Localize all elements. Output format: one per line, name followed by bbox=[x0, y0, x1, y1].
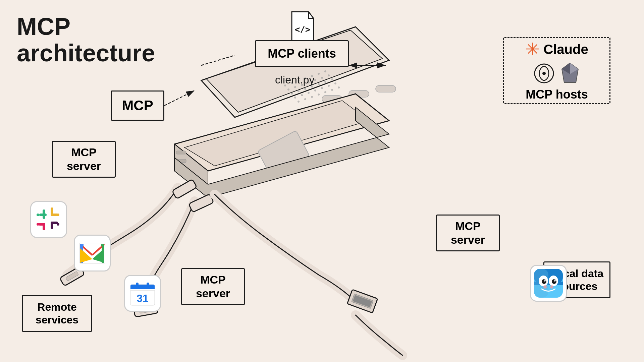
svg-point-8 bbox=[294, 86, 296, 88]
svg-rect-40 bbox=[176, 159, 186, 163]
svg-rect-68 bbox=[57, 214, 59, 216]
mcp-server-1-box: MCPserver bbox=[52, 141, 116, 178]
svg-point-24 bbox=[314, 89, 316, 92]
svg-point-100 bbox=[543, 285, 547, 289]
svg-rect-73 bbox=[51, 222, 53, 229]
mcp-hosts-box: ✳ Claude MCP hosts bbox=[503, 37, 610, 104]
svg-point-15 bbox=[298, 90, 300, 92]
slack-icon bbox=[30, 201, 67, 238]
svg-point-97 bbox=[544, 280, 546, 282]
svg-rect-74 bbox=[57, 223, 59, 226]
svg-rect-46 bbox=[189, 194, 214, 213]
mcp-server-2-box: MCPserver bbox=[181, 268, 245, 305]
openai-icon bbox=[534, 63, 554, 83]
svg-rect-64 bbox=[37, 214, 39, 216]
svg-point-27 bbox=[334, 82, 336, 84]
svg-point-32 bbox=[324, 91, 326, 93]
svg-point-7 bbox=[287, 88, 289, 90]
svg-rect-65 bbox=[43, 209, 45, 219]
svg-rect-89 bbox=[130, 287, 155, 289]
svg-point-16 bbox=[304, 88, 306, 90]
svg-point-21 bbox=[294, 97, 296, 99]
svg-point-99 bbox=[554, 280, 556, 282]
svg-point-19 bbox=[324, 81, 326, 83]
svg-point-13 bbox=[328, 74, 330, 76]
svg-point-11 bbox=[314, 79, 316, 81]
page-title: MCP architecture bbox=[17, 13, 155, 66]
google-calendar-icon: 31 bbox=[124, 275, 161, 312]
mcp-server-3-box: MCPserver bbox=[436, 215, 500, 251]
svg-point-5 bbox=[318, 73, 320, 75]
svg-point-14 bbox=[291, 93, 293, 95]
svg-rect-38 bbox=[258, 130, 310, 176]
claude-label: Claude bbox=[543, 41, 588, 57]
svg-point-29 bbox=[304, 98, 306, 100]
svg-rect-48 bbox=[352, 294, 373, 309]
client-py-label: client.py bbox=[275, 74, 314, 86]
svg-rect-42 bbox=[66, 271, 79, 281]
svg-point-34 bbox=[338, 86, 340, 88]
svg-rect-35 bbox=[322, 96, 342, 102]
mcp-hosts-label: MCP hosts bbox=[526, 87, 588, 101]
claude-asterisk-icon: ✳ bbox=[525, 39, 540, 60]
svg-point-31 bbox=[318, 94, 320, 96]
svg-line-52 bbox=[201, 55, 235, 65]
remote-services-box: Remote services bbox=[22, 295, 92, 332]
svg-point-20 bbox=[331, 78, 333, 80]
obsidian-icon bbox=[561, 62, 579, 84]
svg-point-22 bbox=[301, 94, 303, 96]
gmail-icon bbox=[74, 235, 111, 272]
mcp-box: MCP bbox=[111, 90, 164, 121]
svg-point-6 bbox=[324, 70, 326, 72]
svg-line-50 bbox=[164, 90, 195, 106]
svg-point-25 bbox=[321, 87, 323, 89]
svg-point-101 bbox=[550, 285, 553, 289]
svg-point-28 bbox=[298, 101, 300, 103]
svg-point-18 bbox=[318, 83, 320, 85]
svg-text:</>: </> bbox=[295, 24, 311, 35]
svg-text:31: 31 bbox=[137, 292, 149, 304]
mcp-clients-box: MCP clients bbox=[255, 40, 349, 67]
svg-rect-39 bbox=[176, 151, 186, 154]
svg-point-26 bbox=[328, 85, 330, 87]
svg-rect-36 bbox=[349, 90, 369, 97]
svg-point-33 bbox=[331, 89, 333, 91]
svg-rect-47 bbox=[347, 290, 378, 313]
svg-rect-71 bbox=[37, 223, 39, 226]
svg-rect-70 bbox=[39, 223, 45, 226]
svg-point-58 bbox=[542, 72, 546, 75]
svg-rect-49 bbox=[353, 295, 372, 307]
finder-icon bbox=[530, 265, 567, 302]
svg-rect-37 bbox=[376, 85, 396, 92]
svg-point-12 bbox=[321, 77, 323, 79]
svg-point-23 bbox=[308, 92, 310, 94]
svg-rect-43 bbox=[172, 179, 197, 199]
svg-point-30 bbox=[311, 96, 313, 98]
